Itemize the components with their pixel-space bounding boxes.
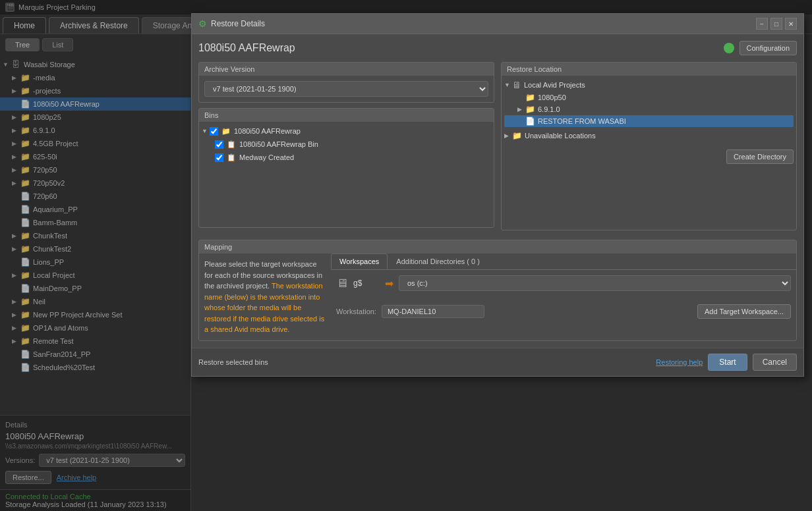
bin-arrow-root: ▼ bbox=[202, 128, 208, 134]
archive-version-section: Archive Version v7 test (2021-01-25 1900… bbox=[198, 62, 494, 103]
ws-source-name: g$ bbox=[353, 279, 380, 288]
restore-label-691: 6.9.1.0 bbox=[538, 105, 560, 113]
bin-item-medway[interactable]: 📋 Medway Created bbox=[202, 151, 491, 164]
workspace-area: 🖥 g$ ➡ os (c:) bbox=[331, 270, 796, 300]
config-button[interactable]: Configuration bbox=[740, 41, 797, 55]
restore-location-section: Restore Location ▼ 🖥 Local Avid Projects bbox=[501, 62, 797, 230]
mapping-tabs: Workspaces Additional Directories ( 0 ) bbox=[331, 254, 796, 270]
footer-right: Restoring help Start Cancel bbox=[656, 354, 797, 371]
dialog-body: 1080i50 AAFRewrap Configuration Archive bbox=[192, 34, 803, 348]
bin-checkbox-medway[interactable] bbox=[215, 153, 223, 162]
dialog-two-col: Archive Version v7 test (2021-01-25 1900… bbox=[198, 62, 797, 233]
bins-tree: ▼ 📁 1080i50 AAFRewrap 📋 bbox=[199, 122, 494, 227]
bins-header: Bins bbox=[199, 109, 494, 122]
ws-target-select[interactable]: os (c:) bbox=[399, 275, 791, 291]
archive-version-body: v7 test (2021-01-25 1900) bbox=[199, 76, 494, 102]
archive-version-header: Archive Version bbox=[199, 63, 494, 76]
bin-item-root[interactable]: ▼ 📁 1080i50 AAFRewrap bbox=[202, 124, 491, 138]
mapping-right: Workspaces Additional Directories ( 0 ) bbox=[331, 254, 796, 340]
mapping-section: Mapping Please select the target workspa… bbox=[198, 240, 797, 341]
workstation-row: Workstation: Add Target Workspace... bbox=[331, 300, 796, 321]
cancel-button[interactable]: Cancel bbox=[753, 354, 797, 371]
ws-source-icon: 🖥 bbox=[336, 277, 348, 290]
status-green-indicator bbox=[724, 43, 734, 53]
restore-item-local-avid[interactable]: ▼ 🖥 Local Avid Projects bbox=[504, 78, 794, 92]
hdd-icon: 🖥 bbox=[512, 80, 521, 90]
bin-folder-icon: 📁 bbox=[221, 126, 231, 136]
bin-checkbox-root[interactable] bbox=[210, 127, 218, 136]
restore-item-1080p50[interactable]: 📁 1080p50 bbox=[504, 92, 794, 103]
restore-item-unavail[interactable]: ▶ 📁 Unavailable Locations bbox=[504, 130, 794, 142]
dialog-left-col: Archive Version v7 test (2021-01-25 1900… bbox=[198, 62, 494, 233]
dialog-header: 1080i50 AAFRewrap Configuration bbox=[198, 41, 797, 55]
archive-version-select[interactable]: v7 test (2021-01-25 1900) bbox=[204, 81, 488, 97]
dialog-overlay: ⚙ Restore Details − □ ✕ 1080i50 AAFRewra… bbox=[0, 34, 812, 511]
dialog-right-col: Restore Location ▼ 🖥 Local Avid Projects bbox=[501, 62, 797, 233]
bin-label-root: 1080i50 AAFRewrap bbox=[234, 127, 301, 135]
bin-item-bin[interactable]: 📋 1080i50 AAFRewrap Bin bbox=[202, 138, 491, 151]
create-directory-button[interactable]: Create Directory bbox=[726, 149, 794, 164]
start-button[interactable]: Start bbox=[708, 354, 747, 371]
bin-label-bin: 1080i50 AAFRewrap Bin bbox=[239, 140, 318, 148]
folder-icon-unavail: 📁 bbox=[512, 131, 522, 140]
restore-arrow-local-avid: ▼ bbox=[504, 82, 511, 88]
dialog-header-right: Configuration bbox=[724, 41, 797, 55]
restore-label-unavail: Unavailable Locations bbox=[525, 132, 596, 140]
folder-icon-1080p50: 📁 bbox=[525, 93, 535, 102]
app-window: 🎬 Marquis Project Parking Home Archives … bbox=[0, 0, 812, 511]
restore-tree: ▼ 🖥 Local Avid Projects 📁 1080p50 bbox=[502, 76, 796, 207]
restore-details-dialog: ⚙ Restore Details − □ ✕ 1080i50 AAFRewra… bbox=[191, 34, 804, 377]
folder-icon-691: 📁 bbox=[525, 105, 535, 114]
doc-icon-wasabi: 📄 bbox=[525, 117, 535, 126]
tab-additional-dirs[interactable]: Additional Directories ( 0 ) bbox=[388, 254, 488, 269]
restore-label-wasabi: RESTORE FROM WASABI bbox=[538, 117, 626, 125]
workstation-input[interactable] bbox=[382, 305, 484, 318]
bin-icon-medway: 📋 bbox=[226, 152, 237, 163]
bin-checkbox-bin[interactable] bbox=[215, 140, 223, 149]
restore-location-header: Restore Location bbox=[502, 63, 796, 76]
bin-icon-bin: 📋 bbox=[226, 139, 237, 149]
restore-item-wasabi[interactable]: 📄 RESTORE FROM WASABI bbox=[504, 115, 794, 127]
bin-label-medway: Medway Created bbox=[239, 153, 294, 161]
bins-section: Bins ▼ 📁 1080i50 AAFRewrap bbox=[198, 108, 494, 228]
restore-label-1080p50: 1080p50 bbox=[538, 94, 566, 101]
add-target-workspace-button[interactable]: Add Target Workspace... bbox=[697, 304, 791, 319]
ws-arrow-icon: ➡ bbox=[385, 277, 393, 290]
restore-label-local-avid: Local Avid Projects bbox=[524, 81, 585, 89]
mapping-description: Please select the target workspace for e… bbox=[199, 254, 331, 340]
mapping-body: Please select the target workspace for e… bbox=[199, 254, 796, 340]
restoring-help-button[interactable]: Restoring help bbox=[656, 358, 703, 366]
mapping-header: Mapping bbox=[199, 240, 796, 254]
main-content: Tree List ▼ 🗄 Wasabi Storage ▶ 📁 -media bbox=[0, 34, 812, 511]
tab-workspaces[interactable]: Workspaces bbox=[331, 254, 388, 269]
restore-item-691[interactable]: ▶ 📁 6.9.1.0 bbox=[504, 103, 794, 115]
dialog-project-title: 1080i50 AAFRewrap bbox=[198, 42, 295, 54]
dialog-footer: Restore selected bins Restoring help Sta… bbox=[192, 348, 803, 376]
workstation-label: Workstation: bbox=[336, 308, 376, 315]
restore-selected-label: Restore selected bins bbox=[198, 358, 268, 366]
workspace-row-1: 🖥 g$ ➡ os (c:) bbox=[336, 275, 791, 291]
